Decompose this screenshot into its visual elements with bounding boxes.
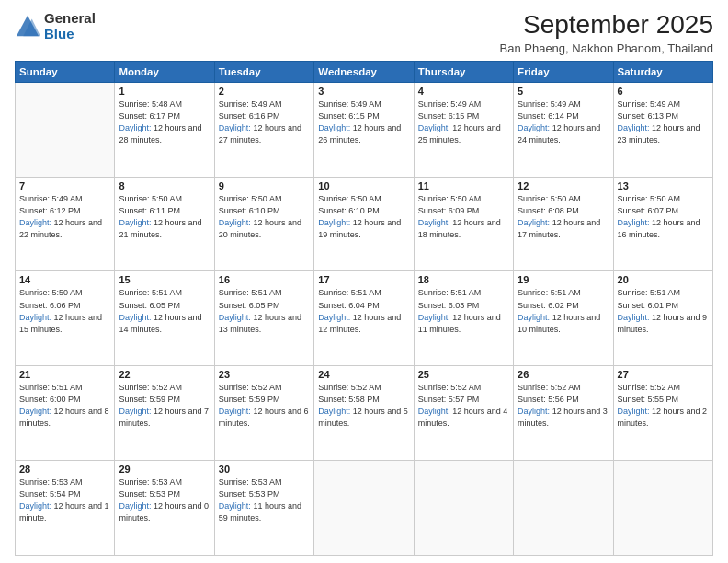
day-info: Sunrise: 5:50 AMSunset: 6:10 PMDaylight:… [318, 193, 409, 241]
day-number: 22 [119, 369, 210, 380]
table-row: 18Sunrise: 5:51 AMSunset: 6:03 PMDayligh… [414, 271, 513, 366]
sunset-text: Sunset: 5:53 PM [119, 489, 180, 499]
daylight-hours: Daylight: 12 hours and 7 minutes. [119, 407, 209, 428]
daylight-label: Daylight: [219, 218, 254, 227]
sunset-text: Sunset: 5:59 PM [119, 395, 180, 404]
sunset-text: Sunset: 6:08 PM [518, 206, 579, 215]
sunset-text: Sunset: 6:00 PM [19, 395, 81, 404]
daylight-hours: Daylight: 12 hours and 22 minutes. [19, 218, 102, 239]
table-row: 17Sunrise: 5:51 AMSunset: 6:04 PMDayligh… [314, 271, 414, 366]
table-row: 12Sunrise: 5:50 AMSunset: 6:08 PMDayligh… [514, 177, 613, 271]
sunset-text: Sunset: 5:59 PM [219, 395, 280, 404]
day-info: Sunrise: 5:48 AMSunset: 6:17 PMDaylight:… [119, 98, 210, 146]
day-number: 7 [19, 180, 110, 191]
table-row: 8Sunrise: 5:50 AMSunset: 6:11 PMDaylight… [115, 177, 214, 271]
day-number: 28 [19, 464, 110, 475]
daylight-label: Daylight: [119, 501, 154, 511]
table-row: 20Sunrise: 5:51 AMSunset: 6:01 PMDayligh… [613, 271, 712, 366]
sunrise-text: Sunrise: 5:49 AM [618, 99, 681, 109]
sunset-text: Sunset: 6:15 PM [318, 111, 380, 121]
day-number: 1 [119, 86, 210, 97]
sunset-text: Sunset: 6:15 PM [418, 111, 480, 121]
sunrise-text: Sunrise: 5:52 AM [219, 383, 282, 392]
day-info: Sunrise: 5:50 AMSunset: 6:11 PMDaylight:… [119, 193, 210, 241]
sunrise-text: Sunrise: 5:51 AM [418, 288, 482, 297]
daylight-label: Daylight: [518, 407, 552, 416]
daylight-label: Daylight: [618, 123, 653, 132]
day-number: 11 [418, 180, 509, 191]
sunrise-text: Sunrise: 5:50 AM [518, 194, 581, 203]
daylight-label: Daylight: [318, 313, 353, 322]
daylight-hours: Daylight: 12 hours and 23 minutes. [618, 123, 700, 144]
day-number: 8 [119, 180, 210, 191]
day-number: 25 [418, 369, 509, 380]
daylight-label: Daylight: [518, 123, 552, 132]
sunset-text: Sunset: 6:05 PM [219, 301, 280, 310]
table-row: 23Sunrise: 5:52 AMSunset: 5:59 PMDayligh… [214, 366, 313, 461]
header-saturday: Saturday [613, 61, 712, 82]
daylight-label: Daylight: [219, 123, 254, 132]
day-info: Sunrise: 5:52 AMSunset: 5:58 PMDaylight:… [318, 382, 409, 430]
daylight-hours: Daylight: 12 hours and 11 minutes. [418, 313, 501, 334]
sunrise-text: Sunrise: 5:53 AM [219, 477, 282, 487]
sunrise-text: Sunrise: 5:53 AM [19, 477, 83, 487]
calendar-week-row: 21Sunrise: 5:51 AMSunset: 6:00 PMDayligh… [16, 366, 713, 461]
table-row: 11Sunrise: 5:50 AMSunset: 6:09 PMDayligh… [414, 177, 513, 271]
sunrise-text: Sunrise: 5:49 AM [418, 99, 482, 109]
table-row: 25Sunrise: 5:52 AMSunset: 5:57 PMDayligh… [414, 366, 513, 461]
daylight-label: Daylight: [119, 218, 154, 227]
day-info: Sunrise: 5:50 AMSunset: 6:07 PMDaylight:… [618, 193, 709, 241]
sunrise-text: Sunrise: 5:50 AM [19, 288, 83, 297]
sunset-text: Sunset: 5:53 PM [219, 489, 280, 499]
day-info: Sunrise: 5:49 AMSunset: 6:14 PMDaylight:… [518, 98, 609, 146]
sunset-text: Sunset: 6:10 PM [219, 206, 280, 215]
day-number: 24 [318, 369, 409, 380]
table-row: 29Sunrise: 5:53 AMSunset: 5:53 PMDayligh… [115, 461, 214, 556]
table-row: 9Sunrise: 5:50 AMSunset: 6:10 PMDaylight… [214, 177, 313, 271]
sunrise-text: Sunrise: 5:51 AM [219, 288, 282, 297]
table-row [16, 82, 115, 177]
sunset-text: Sunset: 6:16 PM [219, 111, 280, 121]
sunset-text: Sunset: 6:04 PM [318, 301, 380, 310]
day-info: Sunrise: 5:51 AMSunset: 6:04 PMDaylight:… [318, 287, 409, 335]
sunset-text: Sunset: 6:05 PM [119, 301, 180, 310]
daylight-label: Daylight: [119, 313, 154, 322]
day-info: Sunrise: 5:49 AMSunset: 6:13 PMDaylight:… [618, 98, 709, 146]
daylight-hours: Daylight: 12 hours and 3 minutes. [518, 407, 608, 428]
daylight-label: Daylight: [219, 313, 254, 322]
title-block: September 2025 Ban Phaeng, Nakhon Phanom… [500, 11, 713, 55]
calendar-week-row: 28Sunrise: 5:53 AMSunset: 5:54 PMDayligh… [16, 461, 713, 556]
daylight-hours: Daylight: 12 hours and 28 minutes. [119, 123, 201, 144]
day-number: 30 [219, 464, 310, 475]
header-monday: Monday [115, 61, 214, 82]
table-row: 21Sunrise: 5:51 AMSunset: 6:00 PMDayligh… [16, 366, 115, 461]
daylight-label: Daylight: [219, 501, 254, 511]
table-row: 3Sunrise: 5:49 AMSunset: 6:15 PMDaylight… [314, 82, 414, 177]
daylight-hours: Daylight: 12 hours and 13 minutes. [219, 313, 301, 334]
sunrise-text: Sunrise: 5:51 AM [518, 288, 581, 297]
daylight-hours: Daylight: 11 hours and 59 minutes. [219, 501, 301, 523]
sunset-text: Sunset: 6:09 PM [418, 206, 480, 215]
daylight-label: Daylight: [418, 218, 453, 227]
daylight-label: Daylight: [418, 313, 453, 322]
daylight-label: Daylight: [418, 407, 453, 416]
day-number: 17 [318, 274, 409, 285]
sunset-text: Sunset: 6:07 PM [618, 206, 679, 215]
daylight-hours: Daylight: 12 hours and 27 minutes. [219, 123, 301, 144]
sunrise-text: Sunrise: 5:53 AM [119, 477, 182, 487]
day-number: 9 [219, 180, 310, 191]
daylight-hours: Daylight: 12 hours and 1 minute. [19, 501, 109, 523]
day-number: 19 [518, 274, 609, 285]
daylight-hours: Daylight: 12 hours and 9 minutes. [618, 313, 708, 334]
table-row: 6Sunrise: 5:49 AMSunset: 6:13 PMDaylight… [613, 82, 712, 177]
table-row: 13Sunrise: 5:50 AMSunset: 6:07 PMDayligh… [613, 177, 712, 271]
day-info: Sunrise: 5:51 AMSunset: 6:00 PMDaylight:… [19, 382, 110, 430]
daylight-hours: Daylight: 12 hours and 4 minutes. [418, 407, 508, 428]
day-info: Sunrise: 5:51 AMSunset: 6:05 PMDaylight:… [219, 287, 310, 335]
table-row [414, 461, 513, 556]
sunrise-text: Sunrise: 5:50 AM [219, 194, 282, 203]
sunset-text: Sunset: 6:17 PM [119, 111, 180, 121]
sunrise-text: Sunrise: 5:51 AM [119, 288, 182, 297]
daylight-hours: Daylight: 12 hours and 19 minutes. [318, 218, 401, 239]
day-info: Sunrise: 5:53 AMSunset: 5:54 PMDaylight:… [19, 477, 110, 524]
